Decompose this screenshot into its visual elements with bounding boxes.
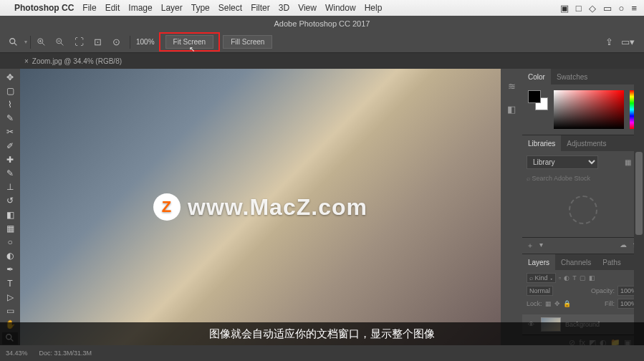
color-panel: Color Swatches ≡: [522, 69, 644, 135]
history-brush-tool[interactable]: ↺: [2, 195, 18, 207]
wifi-icon[interactable]: ◇: [589, 3, 596, 14]
search-stock-placeholder[interactable]: Search Adobe Stock: [532, 175, 591, 182]
menu-3d[interactable]: 3D: [279, 3, 289, 13]
libraries-panel: Libraries Adjustments ≡ Library ▦ ≡ ⌕ Se…: [522, 135, 644, 254]
dodge-tool[interactable]: ◐: [2, 250, 18, 262]
menu-edit[interactable]: Edit: [105, 3, 120, 13]
zoom-100-button[interactable]: 100%: [136, 38, 155, 46]
eyedropper-tool[interactable]: ✐: [2, 140, 18, 152]
tab-paths[interactable]: Paths: [597, 254, 627, 270]
menu-layer[interactable]: Layer: [161, 3, 183, 13]
zoom-tool-icon[interactable]: [6, 35, 21, 49]
library-drop-target[interactable]: [527, 192, 640, 228]
resize-windows-icon[interactable]: ⛶: [71, 35, 87, 49]
filter-pixel-icon[interactable]: ▫: [559, 274, 561, 281]
menu-window[interactable]: Window: [325, 3, 356, 13]
marquee-tool[interactable]: ▢: [2, 85, 18, 97]
tab-swatches[interactable]: Swatches: [551, 69, 593, 85]
status-doc[interactable]: Doc: 31.3M/31.3M: [39, 350, 92, 357]
add-graphic-icon[interactable]: ▾: [539, 241, 543, 251]
tab-channels[interactable]: Channels: [555, 254, 597, 270]
tools-panel: ✥ ▢ ⌇ ✎ ✂ ✐ ✚ ✎ ⊥ ↺ ◧ ▦ ○ ◐ ✒ T ▷ ▭ ✋: [0, 69, 20, 345]
svg-point-0: [10, 38, 15, 43]
search-icon[interactable]: ○: [619, 3, 625, 14]
zoom-all-icon[interactable]: ⊡: [90, 35, 105, 49]
menu-filter[interactable]: Filter: [251, 3, 270, 13]
menu-view[interactable]: View: [298, 3, 317, 13]
move-tool[interactable]: ✥: [2, 71, 18, 83]
lasso-tool[interactable]: ⌇: [2, 98, 18, 110]
path-tool[interactable]: ▷: [2, 291, 18, 303]
status-zoom[interactable]: 34.43%: [6, 350, 28, 357]
cast-icon[interactable]: □: [576, 3, 582, 14]
foreground-background-swatch[interactable]: [528, 90, 548, 110]
healing-tool[interactable]: ✚: [2, 153, 18, 165]
filter-shape-icon[interactable]: ▢: [580, 274, 586, 281]
menu-extra-icon[interactable]: ≡: [631, 3, 637, 14]
crop-tool[interactable]: ✂: [2, 126, 18, 138]
document-tab-label: Zoom.jpg @ 34.4% (RGB/8): [32, 57, 122, 65]
watermark: Z www.MacZ.com: [153, 193, 367, 221]
quick-select-tool[interactable]: ✎: [2, 112, 18, 125]
cloud-icon[interactable]: ☁: [620, 241, 627, 251]
menu-select[interactable]: Select: [218, 3, 242, 13]
scrubby-zoom-icon[interactable]: ⊙: [108, 35, 124, 49]
battery-icon[interactable]: ▭: [603, 3, 612, 14]
menu-type[interactable]: Type: [191, 3, 210, 13]
window-title: Adobe Photoshop CC 2017: [0, 16, 644, 32]
tab-libraries[interactable]: Libraries: [522, 135, 561, 151]
tab-layers[interactable]: Layers: [522, 254, 555, 270]
filter-smart-icon[interactable]: ◧: [589, 274, 595, 281]
watermark-text: www.MacZ.com: [188, 194, 367, 221]
history-panel-icon[interactable]: ≋: [504, 78, 519, 94]
filter-type-icon[interactable]: T: [572, 274, 577, 281]
search-stock-icon: ⌕: [527, 175, 530, 182]
gradient-tool[interactable]: ▦: [2, 222, 18, 234]
canvas[interactable]: Z www.MacZ.com: [20, 69, 501, 345]
menu-help[interactable]: Help: [365, 3, 383, 13]
panel-dock: Color Swatches ≡ Libraries Adjustments ≡: [522, 69, 644, 345]
screen-icon[interactable]: ▣: [560, 3, 569, 14]
menu-image[interactable]: Image: [128, 3, 152, 13]
blur-tool[interactable]: ○: [2, 236, 18, 248]
fill-screen-button[interactable]: Fill Screen: [223, 35, 272, 49]
lock-label: Lock:: [527, 300, 542, 307]
eraser-tool[interactable]: ◧: [2, 208, 18, 221]
shape-tool[interactable]: ▭: [2, 304, 18, 317]
add-content-icon[interactable]: ＋: [527, 241, 534, 251]
type-tool[interactable]: T: [2, 277, 18, 289]
z-badge-icon: Z: [153, 193, 181, 221]
app-name[interactable]: Photoshop CC: [14, 3, 74, 13]
lock-position-icon[interactable]: ✥: [554, 300, 560, 307]
close-tab-icon[interactable]: ×: [24, 57, 29, 65]
document-tab-bar: × Zoom.jpg @ 34.4% (RGB/8): [0, 53, 644, 69]
tab-adjustments[interactable]: Adjustments: [561, 135, 612, 151]
lock-pixels-icon[interactable]: ▦: [545, 300, 552, 307]
collapsed-panels: ≋ ◧: [501, 69, 522, 345]
workspace-icon[interactable]: ▭▾: [620, 35, 635, 49]
grid-view-icon[interactable]: ▦: [625, 158, 631, 166]
library-select[interactable]: Library: [527, 155, 598, 169]
status-bar: 34.43% Doc: 31.3M/31.3M: [0, 345, 644, 361]
share-icon[interactable]: ⇪: [601, 35, 617, 49]
brush-tool[interactable]: ✎: [2, 167, 18, 179]
zoom-out-icon[interactable]: [52, 35, 68, 49]
menu-file[interactable]: File: [82, 3, 96, 13]
zoom-in-icon[interactable]: [34, 35, 49, 49]
stamp-tool[interactable]: ⊥: [2, 181, 18, 193]
document-tab[interactable]: × Zoom.jpg @ 34.4% (RGB/8): [20, 56, 126, 67]
panel-scrollbar[interactable]: [634, 69, 644, 345]
opacity-label: Opacity:: [591, 287, 615, 294]
tab-color[interactable]: Color: [522, 69, 551, 85]
lock-all-icon[interactable]: 🔒: [563, 300, 571, 307]
workspace: ✥ ▢ ⌇ ✎ ✂ ✐ ✚ ✎ ⊥ ↺ ◧ ▦ ○ ◐ ✒ T ▷ ▭ ✋ Z …: [0, 69, 644, 345]
pen-tool[interactable]: ✒: [2, 264, 18, 276]
options-bar: ▾ ⛶ ⊡ ⊙ 100% Fit Screen ↖ Fill Screen ⇪ …: [0, 32, 644, 53]
blend-mode-select[interactable]: Normal: [527, 286, 553, 296]
color-spectrum[interactable]: [554, 90, 624, 129]
layer-filter-kind[interactable]: ⌕ Kind ▾: [527, 273, 556, 283]
title-text: Adobe Photoshop CC 2017: [274, 19, 370, 28]
subtitle-text: 图像就会自动适应你的文档窗口，显示整个图像: [209, 327, 435, 341]
filter-adjust-icon[interactable]: ◐: [564, 274, 569, 281]
properties-panel-icon[interactable]: ◧: [504, 101, 519, 117]
